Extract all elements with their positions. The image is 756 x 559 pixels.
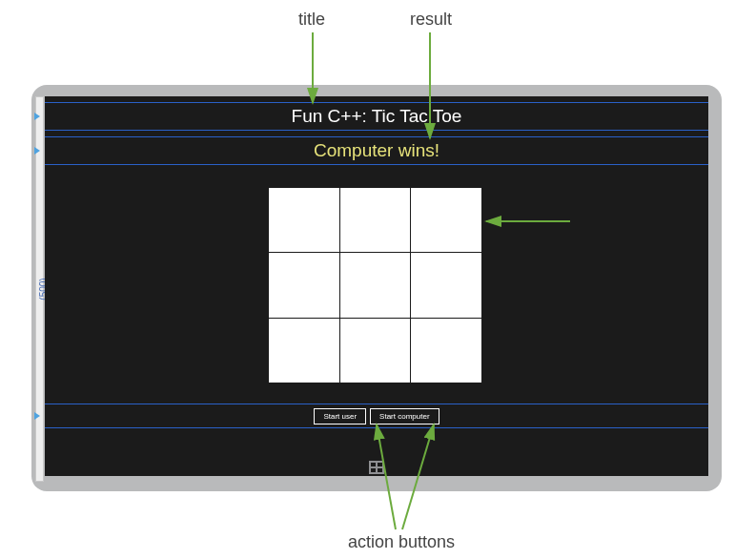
title-container: Fun C++: Tic Tac Toe: [45, 102, 708, 131]
selection-marker-icon: [34, 113, 40, 120]
grid-cell[interactable]: [411, 319, 481, 383]
start-computer-button[interactable]: Start computer: [370, 408, 439, 424]
windows-icon: [369, 461, 384, 474]
selection-marker-icon: [34, 412, 40, 420]
grid-cell[interactable]: [340, 319, 411, 383]
result-container: Computer wins!: [45, 136, 708, 165]
grid-cell[interactable]: [411, 188, 481, 252]
grid-cell[interactable]: [269, 188, 339, 252]
designer-frame: (500) Fun C++: Tic Tac Toe Computer wins…: [31, 85, 722, 491]
grid-cell[interactable]: [269, 253, 339, 317]
annotation-title: title: [298, 10, 325, 30]
buttons-container: Start user Start computer: [45, 404, 708, 428]
app-title: Fun C++: Tic Tac Toe: [292, 106, 462, 127]
annotation-result: result: [410, 10, 452, 30]
grid-cell[interactable]: [411, 253, 481, 317]
app-surface: Fun C++: Tic Tac Toe Computer wins! Star…: [45, 96, 708, 476]
game-grid: [269, 188, 481, 383]
grid-cell[interactable]: [340, 253, 411, 317]
annotation-action-buttons: action buttons: [348, 532, 455, 552]
result-text: Computer wins!: [314, 140, 439, 161]
grid-cell[interactable]: [340, 188, 411, 252]
grid-cell[interactable]: [269, 319, 339, 383]
start-user-button[interactable]: Start user: [314, 408, 366, 424]
selection-marker-icon: [34, 147, 40, 155]
